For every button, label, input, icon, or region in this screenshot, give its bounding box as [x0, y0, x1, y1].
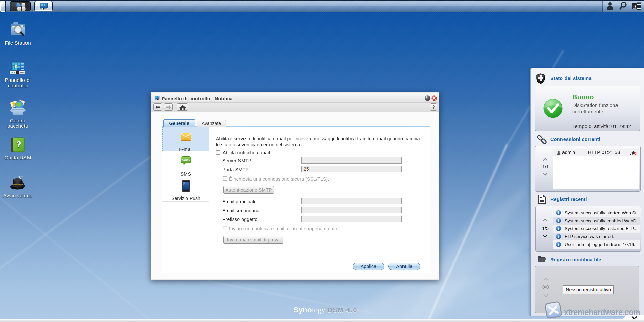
svg-text:?: ?	[16, 140, 21, 149]
svg-text:SMS: SMS	[182, 158, 190, 162]
